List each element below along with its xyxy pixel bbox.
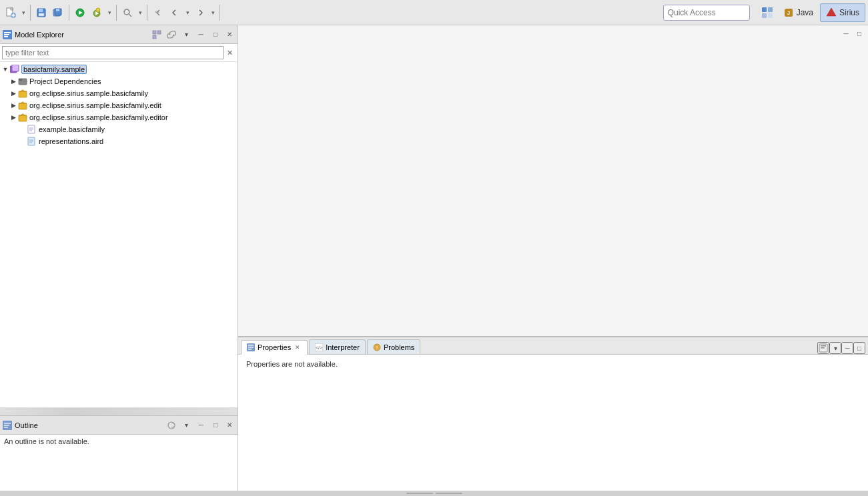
- svg-rect-21: [762, 13, 767, 18]
- tree-root-item[interactable]: ▼ basicfamily.sample: [0, 63, 238, 75]
- svg-rect-40: [19, 103, 27, 109]
- outline-chevron-button[interactable]: ▾: [180, 420, 192, 431]
- bottom-minimize-button[interactable]: ─: [841, 342, 853, 354]
- save-button[interactable]: [33, 5, 49, 21]
- svg-rect-66: [821, 345, 826, 347]
- interpreter-tab[interactable]: </> Interpreter: [309, 339, 366, 354]
- model-explorer-chevron-button[interactable]: ▾: [180, 29, 192, 40]
- run-dropdown[interactable]: ▾: [105, 5, 113, 21]
- new-button[interactable]: [3, 5, 19, 21]
- properties-message: Properties are not available.: [246, 360, 338, 368]
- representations-icon: [27, 136, 37, 147]
- prev-edit-button[interactable]: [150, 5, 166, 21]
- tree-item-basicfamily-editor[interactable]: ▶ org.eclipse.sirius.sample.basicfamily.…: [0, 111, 238, 123]
- editor-minimize-button[interactable]: ─: [840, 28, 852, 39]
- svg-rect-58: [248, 345, 254, 346]
- svg-rect-32: [153, 35, 156, 39]
- properties-tab-close[interactable]: ✕: [294, 343, 302, 351]
- toolbar-group-debug: ▾: [72, 5, 117, 21]
- bottom-maximize-button[interactable]: □: [853, 342, 865, 354]
- basicfamily-editor-label: org.eclipse.sirius.sample.basicfamily.ed…: [29, 113, 168, 121]
- tree-item-basicfamily[interactable]: ▶ org.eclipse.sirius.sample.basicfamily: [0, 87, 238, 99]
- svg-point-16: [124, 9, 129, 15]
- representations-label: representations.aird: [39, 137, 103, 145]
- outline-minimize-button[interactable]: ─: [195, 420, 207, 431]
- outline-close-button[interactable]: ✕: [224, 420, 235, 431]
- svg-marker-39: [19, 90, 27, 91]
- root-label: basicfamily.sample: [21, 65, 87, 74]
- filter-input[interactable]: [2, 46, 224, 59]
- bottom-sash[interactable]: [0, 491, 868, 496]
- svg-rect-19: [762, 7, 767, 12]
- basicfamily-editor-toggle: ▶: [9, 114, 17, 121]
- filter-bar: ✕: [0, 44, 238, 62]
- svg-rect-22: [768, 13, 773, 18]
- back-dropdown[interactable]: ▾: [183, 5, 191, 21]
- tree-item-project-deps[interactable]: ▶ Project Dependencies: [0, 75, 238, 87]
- outline-sync-button[interactable]: [165, 420, 177, 431]
- forward-button[interactable]: [192, 5, 208, 21]
- toolbar-group-new: ▾: [3, 5, 31, 21]
- new-dropdown[interactable]: ▾: [19, 5, 27, 21]
- properties-tab[interactable]: Properties ✕: [241, 340, 308, 355]
- link-editor-button[interactable]: [165, 29, 177, 40]
- quick-access-input[interactable]: Quick Access: [663, 5, 750, 21]
- properties-content: Properties are not available.: [238, 355, 868, 496]
- properties-view-button[interactable]: [817, 342, 829, 354]
- collapse-all-button[interactable]: [151, 29, 163, 40]
- svg-rect-27: [4, 32, 11, 33]
- back-button[interactable]: [167, 5, 183, 21]
- outline-maximize-button[interactable]: □: [209, 420, 222, 431]
- search-button[interactable]: [119, 5, 135, 21]
- tree-item-representations[interactable]: representations.aird: [0, 135, 238, 147]
- editor-area[interactable]: ─ □: [238, 25, 868, 336]
- interpreter-tab-label: Interpreter: [326, 343, 360, 351]
- run-button[interactable]: [89, 5, 105, 21]
- basicfamily-edit-icon: [17, 100, 28, 111]
- basicfamily-label: org.eclipse.sirius.sample.basicfamily: [29, 89, 148, 97]
- perspective-icon-button[interactable]: [758, 5, 777, 21]
- problems-tab[interactable]: ! Problems: [367, 339, 420, 354]
- svg-text:</>: </>: [316, 345, 322, 350]
- svg-rect-31: [157, 31, 161, 34]
- svg-rect-59: [248, 347, 254, 348]
- search-dropdown[interactable]: ▾: [136, 5, 144, 21]
- model-explorer-close-button[interactable]: ✕: [224, 29, 235, 40]
- basicfamily-edit-toggle: ▶: [9, 102, 17, 109]
- java-perspective-button[interactable]: J Java: [778, 3, 819, 22]
- tab-bar: Properties ✕ </> Interpreter ! Problems …: [238, 337, 868, 355]
- svg-rect-6: [39, 9, 43, 12]
- svg-rect-35: [12, 65, 19, 71]
- properties-tab-icon: [247, 343, 255, 351]
- bottom-chevron-button[interactable]: ▾: [829, 342, 841, 354]
- bottom-panel: Properties ✕ </> Interpreter ! Problems …: [238, 336, 868, 496]
- model-explorer-maximize-button[interactable]: □: [209, 29, 222, 40]
- basicfamily-toggle: ▶: [9, 90, 17, 97]
- svg-marker-25: [827, 8, 836, 16]
- model-explorer-minimize-button[interactable]: ─: [195, 29, 207, 40]
- basicfamily-edit-label: org.eclipse.sirius.sample.basicfamily.ed…: [29, 101, 161, 109]
- svg-marker-1: [11, 8, 13, 10]
- model-explorer-title: Model Explorer: [15, 31, 148, 39]
- svg-marker-41: [19, 102, 27, 103]
- outline-body: An outline is not available.: [0, 435, 238, 496]
- save-all-button[interactable]: [50, 5, 66, 21]
- root-toggle-icon: ▼: [1, 66, 9, 73]
- basicfamily-icon: [17, 88, 28, 99]
- tree-item-basicfamily-edit[interactable]: ▶ org.eclipse.sirius.sample.basicfamily.…: [0, 99, 238, 111]
- tree-horizontal-scrollbar[interactable]: [0, 407, 238, 415]
- tree-area[interactable]: ▼ basicfamily.sample ▶ Project Dependenc…: [0, 62, 238, 407]
- forward-dropdown[interactable]: ▾: [209, 5, 217, 21]
- sirius-perspective-button[interactable]: Sirius: [820, 3, 865, 22]
- tree-item-example[interactable]: example.basicfamily: [0, 123, 238, 135]
- interpreter-tab-icon: </>: [315, 343, 323, 351]
- project-deps-icon: [17, 76, 28, 87]
- outline-message: An outline is not available.: [4, 437, 89, 445]
- svg-rect-42: [19, 115, 27, 121]
- svg-marker-43: [19, 114, 27, 115]
- svg-text:!: !: [376, 345, 378, 351]
- right-panel: ─ □ Properties ✕ </> Interpreter !: [238, 25, 868, 496]
- editor-maximize-button[interactable]: □: [853, 28, 865, 39]
- debug-button[interactable]: [72, 5, 88, 21]
- filter-clear-button[interactable]: ✕: [224, 47, 236, 59]
